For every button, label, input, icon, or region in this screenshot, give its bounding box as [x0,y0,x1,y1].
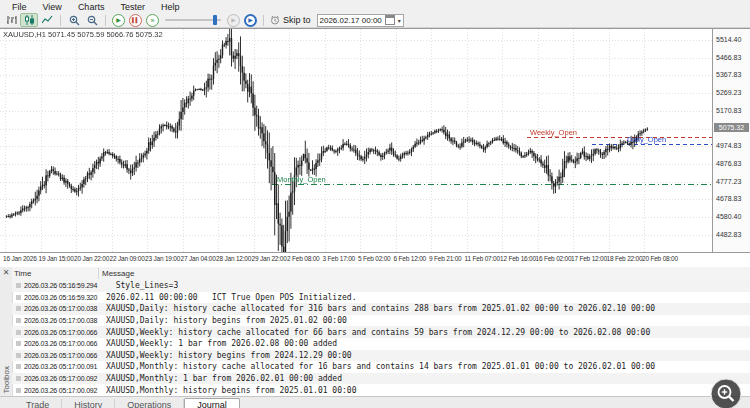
menu-item[interactable]: Help [153,2,188,12]
log-time: 2026.03.26 05:16:59.320 [24,294,102,301]
line-chart-icon [42,15,53,25]
magnifier-overlay-button[interactable] [710,378,742,408]
log-flag-icon [16,388,21,393]
toolbox-tab[interactable]: History [62,399,115,408]
daily-open-label[interactable]: Daily_Open [627,135,666,144]
journal-row[interactable]: 2026.03.26 05:17:00.066 XAUUSD,Weekly: 1… [12,338,750,350]
journal-row[interactable]: 2026.03.26 05:17:00.066 XAUUSD,Weekly: h… [12,350,750,362]
chart-title: XAUUSD,H1 5071.45 5075.59 5066.76 5075.3… [3,30,163,39]
skip-to-label: Skip to [283,15,311,25]
journal-row[interactable]: 2026.03.26 05:17:00.038 XAUUSD,Daily: hi… [12,303,750,315]
time-label: 19 Jan 15:00 [39,255,74,262]
close-panel-button[interactable]: ✕ [1,268,11,278]
log-time: 2026.03.26 05:17:00.038 [24,305,102,312]
price-label: 5170.83 [716,107,741,114]
play-button[interactable]: ▶ [112,14,125,27]
price-label: 5269.23 [716,89,741,96]
line-chart-button[interactable] [38,13,56,27]
toolbar-separator [263,15,264,26]
menu-item[interactable]: View [35,2,70,12]
log-message: XAUUSD,Monthly: history cache allocated … [106,362,655,371]
log-flag-icon [16,283,21,288]
time-label: 11 Feb 07:00 [465,255,500,262]
log-time: 2026.03.26 05:17:00.091 [24,363,102,370]
log-message: XAUUSD,Monthly: history begins from 2025… [106,386,356,395]
price-label: 4777.23 [716,178,741,185]
time-label: 16 Jan 2026 [3,255,37,262]
monthly-open-label[interactable]: Monthly_Open [277,175,326,184]
strategy-tester-window: FileViewChartsTesterHelp ▶ ▌▌ » ▶ ▶ [0,0,750,408]
toolbox-panel-label: Toolbox [2,366,11,394]
zoom-in-button[interactable] [65,13,83,27]
journal-row[interactable]: 2026.03.26 05:16:59.320 2026.02.11 00:00… [12,292,750,304]
magnifier-icon [710,378,742,408]
price-label: 4678.83 [716,195,741,202]
time-label: 23 Jan 19:00 [145,255,180,262]
toolbox-tab[interactable]: Operations [115,399,184,408]
log-time: 2026.03.26 05:17:00.066 [24,340,102,347]
journal-row[interactable]: 2026.03.26 05:17:00.038 XAUUSD,Daily: hi… [12,315,750,327]
journal-panel: ✕ Toolbox Time Message 2026.03.26 05:16:… [0,267,750,396]
toolbox-tab-bar: TradeHistoryOperationsJournal [0,396,750,408]
date-value: 2026.02.17 00:00 [320,16,382,25]
price-label: 4580.40 [716,213,741,220]
slider-handle[interactable] [213,15,217,25]
fast-forward-icon: » [151,17,155,24]
toolbox-tab[interactable]: Trade [14,399,62,408]
toolbar-separator [105,15,106,26]
skip-to-end-button[interactable]: ▶ [244,14,257,27]
log-flag-icon [16,318,21,323]
candlestick-icon [24,15,35,25]
log-time: 2026.03.26 05:17:00.066 [24,352,102,359]
price-label: 5514.40 [716,36,741,43]
candlestick-chart[interactable] [0,29,712,252]
price-label: 5466.83 [716,54,741,61]
menu-item[interactable]: File [4,2,35,12]
journal-row[interactable]: 2026.03.26 05:17:00.091 XAUUSD,Monthly: … [12,361,750,373]
pause-icon: ▌▌ [132,18,139,23]
log-time: 2026.03.26 05:17:00.038 [24,317,102,324]
log-time: 2026.03.26 05:17:00.092 [24,387,102,394]
menu-item[interactable]: Charts [70,2,113,12]
pause-button[interactable]: ▌▌ [129,14,142,27]
weekly-open-label[interactable]: Weekly_Open [530,128,577,137]
column-divider[interactable] [98,268,99,279]
journal-row[interactable]: 2026.03.26 05:17:00.066 XAUUSD,Weekly: h… [12,326,750,338]
date-input[interactable]: 2026.02.17 00:00 ▾ [317,14,404,27]
clock-icon [270,15,280,25]
menu-item[interactable]: Tester [112,2,153,12]
column-header-message[interactable]: Message [102,269,134,278]
price-label: 4876.83 [716,160,741,167]
bar-chart-button[interactable] [2,13,20,27]
time-label: 17 Feb 12:00 [571,255,607,262]
time-label: 18 Feb 22:00 [607,255,643,262]
zoom-out-button[interactable] [83,13,101,27]
chart-area: XAUUSD,H1 5071.45 5075.59 5066.76 5075.3… [0,28,750,267]
time-label: 22 Jan 09:00 [110,255,145,262]
current-price-box: 5075.32 [714,123,749,132]
dropdown-arrow-icon[interactable]: ▾ [398,17,401,24]
fast-forward-button[interactable]: » [146,14,159,27]
time-label: 16 Feb 02:00 [536,255,572,262]
price-label: 5367.83 [716,71,741,78]
zoom-in-icon [69,15,80,26]
close-icon: ✕ [3,268,10,277]
time-label: 6 Feb 12:00 [394,255,427,262]
toolbox-tab[interactable]: Journal [184,398,240,408]
toolbar-separator [60,15,61,26]
time-axis[interactable]: 16 Jan 202619 Jan 15:0020 Jan 22:0022 Ja… [0,252,750,267]
price-axis[interactable]: 5514.405466.835367.835269.235170.834974.… [712,29,750,252]
log-message: XAUUSD,Daily: history cache allocated fo… [106,304,655,313]
candlestick-chart-button[interactable] [20,13,38,27]
journal-row[interactable]: 2026.03.26 05:16:59.294 Style_Lines=3 [12,280,750,292]
price-label: 4482.83 [716,231,741,238]
speed-slider[interactable] [165,15,221,25]
log-message: 2026.02.11 00:00:00 ICT True Open POS In… [106,293,356,302]
journal-row[interactable]: 2026.03.26 05:17:00.092 XAUUSD,Monthly: … [12,384,750,396]
menu-bar: FileViewChartsTesterHelp [0,0,750,13]
step-button[interactable]: ▶ [227,14,240,27]
column-header-time[interactable]: Time [14,269,31,278]
price-label: 4974.83 [716,142,741,149]
journal-row[interactable]: 2026.03.26 05:17:00.092 XAUUSD,Monthly: … [12,373,750,385]
journal-header: Time Message [12,267,750,281]
